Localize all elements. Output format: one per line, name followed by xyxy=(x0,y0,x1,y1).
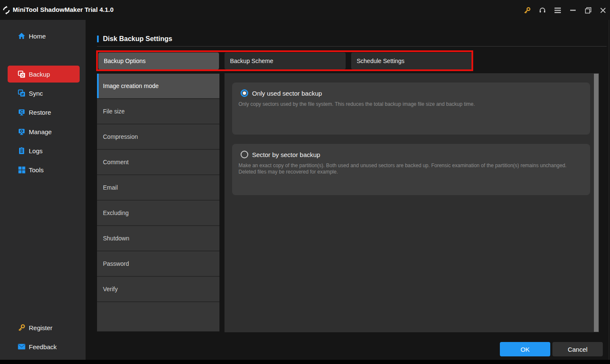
app-logo-icon xyxy=(2,6,11,15)
settings-nav-label: Password xyxy=(103,260,129,267)
settings-nav-label: Email xyxy=(103,184,118,191)
page-title: Disk Backup Settings xyxy=(103,35,172,43)
option-label[interactable]: Sector by sector backup xyxy=(252,151,320,158)
sidebar-item-label: Restore xyxy=(29,109,51,116)
manage-icon xyxy=(18,128,25,135)
radio-selected-icon[interactable] xyxy=(241,89,248,97)
page-title-accent xyxy=(97,36,99,42)
settings-nav-label: Compression xyxy=(103,133,138,140)
sidebar-item-sync[interactable]: Sync xyxy=(0,85,86,102)
settings-nav-shutdown[interactable]: Shutdown xyxy=(97,226,219,251)
cancel-button[interactable]: Cancel xyxy=(552,342,603,356)
vertical-scrollbar[interactable] xyxy=(594,74,599,332)
settings-nav-image-creation-mode[interactable]: Image creation mode xyxy=(97,74,219,99)
option-description: Make an exact copy of the partition(s). … xyxy=(238,163,585,175)
settings-nav-label: Shutdown xyxy=(103,235,129,242)
sidebar-item-label: Tools xyxy=(29,166,44,174)
option-card-used-sector: Only used sector backup Only copy sector… xyxy=(232,83,590,135)
tab-schedule-settings[interactable]: Schedule Settings xyxy=(351,52,472,69)
tab-label: Backup Options xyxy=(104,58,146,64)
ok-button[interactable]: OK xyxy=(500,342,550,356)
restore-icon xyxy=(18,108,25,116)
settings-nav-password[interactable]: Password xyxy=(97,251,219,277)
titlebar: MiniTool ShadowMaker Trial 4.1.0 xyxy=(0,0,610,20)
sidebar-item-manage[interactable]: Manage xyxy=(0,123,86,140)
sidebar-item-backup[interactable]: Backup xyxy=(8,66,80,83)
menu-icon[interactable] xyxy=(552,5,563,15)
sidebar-item-home[interactable]: Home xyxy=(0,28,86,44)
logs-icon xyxy=(18,147,25,154)
sidebar-item-label: Logs xyxy=(29,147,43,154)
window-edge-line xyxy=(609,20,609,360)
settings-nav-label: Excluding xyxy=(103,210,129,216)
header-divider xyxy=(97,46,607,47)
tab-backup-options[interactable]: Backup Options xyxy=(98,52,219,69)
settings-nav-comment[interactable]: Comment xyxy=(97,150,219,175)
sidebar-item-tools[interactable]: Tools xyxy=(0,161,86,178)
close-icon[interactable] xyxy=(598,5,608,15)
feedback-envelope-icon xyxy=(18,343,25,350)
home-icon xyxy=(18,32,25,40)
backup-icon xyxy=(18,70,25,78)
option-label[interactable]: Only used sector backup xyxy=(252,90,322,97)
settings-nav-label: Comment xyxy=(103,159,129,165)
settings-nav-label: File size xyxy=(103,108,125,115)
radio-sector-by-sector[interactable]: Sector by sector backup xyxy=(241,151,320,158)
window-title: MiniTool ShadowMaker Trial 4.1.0 xyxy=(13,6,114,13)
options-panel: Only used sector backup Only copy sector… xyxy=(225,73,599,332)
sidebar-item-register[interactable]: Register xyxy=(0,319,86,336)
bottom-strip xyxy=(0,360,610,364)
sidebar-item-label: Manage xyxy=(29,128,52,135)
sidebar-item-restore[interactable]: Restore xyxy=(0,104,86,121)
sync-icon xyxy=(18,89,25,97)
tools-icon xyxy=(18,166,25,174)
sidebar-item-feedback[interactable]: Feedback xyxy=(0,338,86,355)
radio-unselected-icon[interactable] xyxy=(241,151,248,158)
option-description: Only copy sectors used by the file syste… xyxy=(238,101,585,108)
sidebar-item-label: Register xyxy=(29,324,53,331)
sidebar-item-label: Feedback xyxy=(29,343,57,350)
settings-nav-label: Image creation mode xyxy=(103,83,159,89)
app-window: MiniTool ShadowMaker Trial 4.1.0 xyxy=(0,0,610,364)
sidebar-item-logs[interactable]: Logs xyxy=(0,142,86,159)
tab-label: Schedule Settings xyxy=(357,58,405,64)
settings-nav-email[interactable]: Email xyxy=(97,175,219,201)
sidebar-item-label: Home xyxy=(29,33,46,40)
option-card-sector-by-sector: Sector by sector backup Make an exact co… xyxy=(232,144,590,195)
settings-nav-label: Verify xyxy=(103,286,118,292)
minimize-icon[interactable] xyxy=(568,5,578,15)
settings-nav-file-size[interactable]: File size xyxy=(97,99,219,124)
register-key-icon xyxy=(18,324,25,331)
sidebar: Home Backup Sync xyxy=(0,20,86,360)
settings-nav-excluding[interactable]: Excluding xyxy=(97,201,219,226)
settings-nav-compression[interactable]: Compression xyxy=(97,124,219,150)
tab-backup-scheme[interactable]: Backup Scheme xyxy=(225,52,346,69)
license-key-icon[interactable] xyxy=(522,5,532,15)
support-headset-icon[interactable] xyxy=(537,5,547,15)
settings-nav: Image creation mode File size Compressio… xyxy=(97,74,219,332)
settings-nav-filler xyxy=(97,302,219,331)
sidebar-item-label: Backup xyxy=(29,71,50,78)
settings-nav-verify[interactable]: Verify xyxy=(97,277,219,302)
maximize-restore-icon[interactable] xyxy=(583,5,593,15)
radio-only-used-sector[interactable]: Only used sector backup xyxy=(241,89,322,97)
sidebar-item-label: Sync xyxy=(29,90,43,97)
tab-label: Backup Scheme xyxy=(230,58,273,64)
